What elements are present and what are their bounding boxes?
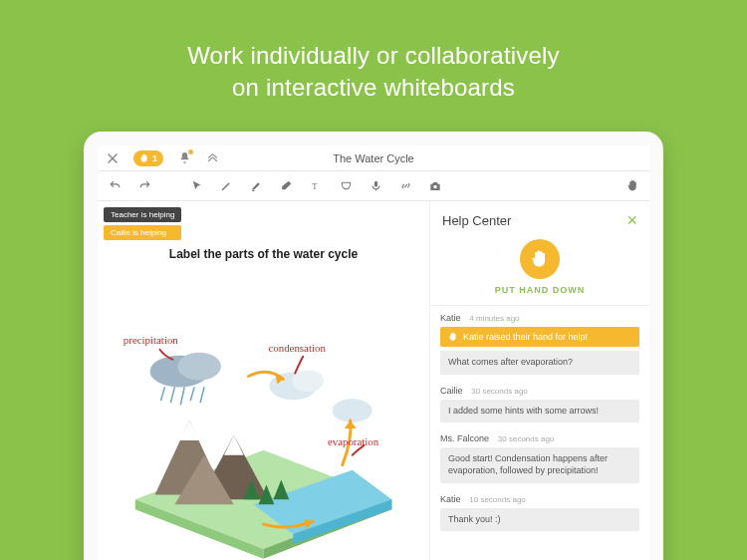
redo-icon[interactable] [137, 179, 151, 193]
peer-helping-badge: Cailie is helping [104, 225, 181, 240]
notification-dot-icon [188, 149, 193, 154]
hand-pan-tool-icon[interactable] [625, 179, 639, 193]
raised-hand-count: 1 [152, 153, 157, 163]
svg-line-18 [160, 387, 164, 401]
close-icon[interactable] [106, 151, 120, 165]
message-author: Katie [440, 313, 461, 323]
raised-hand-indicator[interactable]: 1 [133, 150, 163, 166]
svg-rect-1 [374, 181, 376, 187]
undo-icon[interactable] [108, 179, 122, 193]
tablet-frame: 1 The Water Cycle T [84, 132, 663, 560]
marketing-headline: Work individually or collaboratively on … [0, 0, 747, 105]
put-hand-down-button[interactable] [520, 239, 560, 279]
put-hand-down-section: PUT HAND DOWN [430, 233, 649, 306]
message-time: 4 minutes ago [469, 314, 519, 323]
eraser-tool-icon[interactable] [279, 179, 293, 193]
highlighter-tool-icon[interactable] [249, 179, 263, 193]
svg-line-19 [170, 387, 174, 403]
svg-line-22 [200, 387, 204, 403]
canvas-prompt: Label the parts of the water cycle [98, 247, 429, 261]
message-time: 30 seconds ago [498, 434, 555, 443]
message-body: I added some hints with some arrows! [440, 400, 639, 423]
pen-tool-icon[interactable] [219, 179, 233, 193]
helper-badges: Teacher is helping Cailie is helping [104, 207, 181, 240]
top-bar: 1 The Water Cycle [98, 145, 649, 171]
headline-line-1: Work individually or collaboratively [187, 42, 560, 69]
message-item: Cailie 30 seconds ago I added some hints… [440, 385, 639, 423]
message-body: What comes after evaporation? [440, 351, 639, 375]
message-item: Katie 4 minutes ago Katie raised their h… [440, 312, 639, 375]
app-window: 1 The Water Cycle T [98, 145, 649, 560]
notifications-icon[interactable] [177, 151, 191, 165]
svg-point-17 [177, 353, 221, 381]
message-author: Ms. Falcone [440, 433, 489, 443]
hand-icon [448, 332, 458, 342]
svg-marker-9 [179, 420, 199, 440]
microphone-tool-icon[interactable] [369, 179, 382, 193]
close-panel-icon[interactable]: × [626, 211, 637, 229]
message-item: Ms. Falcone 30 seconds ago Good start! C… [440, 432, 639, 482]
svg-marker-11 [224, 435, 244, 455]
svg-line-20 [180, 387, 184, 405]
link-tool-icon[interactable] [398, 179, 412, 193]
teacher-helping-badge: Teacher is helping [104, 207, 181, 222]
message-list: Katie 4 minutes ago Katie raised their h… [430, 306, 649, 560]
main-split: Teacher is helping Cailie is helping Lab… [98, 201, 649, 560]
message-body: Thank you! :) [440, 508, 639, 532]
message-body: Good start! Condensation happens after e… [440, 447, 639, 482]
help-center-panel: Help Center × PUT HAND DOWN Katie 4 minu… [430, 201, 649, 560]
share-icon[interactable] [205, 151, 219, 165]
event-text: Katie raised their hand for help! [463, 332, 588, 342]
message-author: Katie [440, 494, 461, 504]
svg-text:T: T [312, 181, 318, 191]
svg-line-21 [190, 387, 194, 401]
water-cycle-illustration: precipitation condensation evaporation [106, 279, 421, 560]
hand-icon [530, 249, 550, 269]
cursor-tool-icon[interactable] [189, 179, 203, 193]
help-center-header: Help Center × [430, 201, 649, 233]
message-time: 10 seconds ago [469, 495, 526, 504]
camera-tool-icon[interactable] [428, 179, 442, 193]
help-center-title: Help Center [442, 213, 511, 228]
message-item: Katie 10 seconds ago Thank you! :) [440, 493, 639, 532]
label-condensation: condensation [268, 342, 326, 354]
headline-line-2: on interactive whiteboards [232, 74, 515, 101]
svg-point-25 [333, 399, 373, 422]
message-time: 30 seconds ago [471, 387, 528, 396]
raised-hand-event: Katie raised their hand for help! [440, 327, 639, 347]
label-evaporation: evaporation [328, 435, 379, 447]
tool-bar: T [98, 171, 649, 201]
shape-tool-icon[interactable] [339, 179, 353, 193]
svg-point-2 [433, 184, 437, 188]
whiteboard-canvas[interactable]: Teacher is helping Cailie is helping Lab… [98, 201, 430, 560]
put-hand-down-label: PUT HAND DOWN [495, 285, 586, 295]
message-author: Cailie [440, 386, 463, 396]
svg-point-24 [292, 371, 324, 393]
text-tool-icon[interactable]: T [309, 179, 323, 193]
label-precipitation: precipitation [124, 334, 179, 346]
